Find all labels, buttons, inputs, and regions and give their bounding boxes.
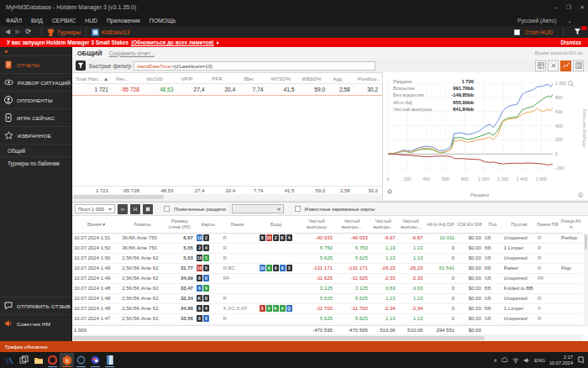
grid-view-button[interactable] [573,60,584,71]
notes-app-icon[interactable] [102,353,117,367]
hand-row[interactable]: 10.07.2024 1:48 2,5K/5K Ante 62 32,34 K8… [72,293,583,303]
close-view-button[interactable] [548,60,559,71]
save-report-link[interactable]: Сохранить отчет... [109,50,155,56]
dismiss-link[interactable]: Dismiss [560,38,581,47]
sidebar-collapse-icon[interactable]: ◂ [0,47,71,55]
stats-column-header[interactable]: Total Han... ▲ [72,73,113,84]
hands-column-header[interactable]: Чистый выигры... [370,216,397,233]
menu-file[interactable]: ФАЙЛ [6,15,22,26]
zoom-graph-icon[interactable] [568,76,575,91]
hands-column-header[interactable]: All-In Adj Diff [424,216,456,233]
stats-column-header[interactable]: bb/100 [144,73,178,84]
hands-column-header[interactable]: Чистый выигрыш [299,216,334,233]
sidebar-item-3[interactable]: ИГРА СЕЙЧАС [0,108,71,126]
photos-app-icon[interactable] [3,353,17,367]
file-explorer-icon[interactable] [31,353,45,367]
hand-row[interactable]: 10.07.2024 1:50 3K/6K Ante 750 5,55 J4 R… [72,243,583,253]
wifi-tray-icon[interactable] [512,357,519,364]
sidebar-item-2[interactable]: ОППОНЕНТЫ [0,91,71,108]
hands-column-header[interactable]: Улица All-in [559,216,583,233]
hands-column-header[interactable]: Чистый выигры... [397,216,425,233]
graph-info-icon[interactable]: o [578,192,583,197]
media-app-icon[interactable] [88,353,102,367]
marked-tag-dropdown[interactable] [232,204,284,213]
minimize-button[interactable]: – [554,0,558,15]
banner-upgrade-link[interactable]: (Обновиться до всех лимитов) [131,39,213,45]
sidebar-item-4[interactable]: ИЗБРАННОЕ [0,126,71,144]
stats-column-header[interactable]: W$SD% [298,73,329,84]
sidebar-item-0[interactable]: ОТЧЕТЫ [0,55,71,73]
funnel-icon[interactable] [76,60,86,71]
forward-button[interactable]: ▶ [15,28,20,36]
hands-column-header[interactable]: Линия [222,216,254,233]
tray-expand-icon[interactable]: ∧ [494,357,497,363]
opera-browser-icon[interactable] [45,353,60,367]
taskbar-clock[interactable]: 2:17 10.07.2024 [549,355,573,365]
notification-center-icon[interactable] [577,356,585,364]
stats-column-header[interactable]: 3Bet [239,73,267,84]
onedrive-tray-icon[interactable] [501,357,508,364]
hand-row[interactable]: 10.07.2024 1:51 3K/6K Ante 750 6,67 102 … [72,233,583,243]
hands-horizontal-scrollbar[interactable] [72,335,583,341]
hand-row[interactable]: 10.07.2024 1:49 2,5K/5K Ante 62 31,77 10… [72,263,583,273]
stats-column-header[interactable]: PFR [208,73,239,84]
maximize-button[interactable]: ❐ [566,0,571,15]
menu-service[interactable]: СЕРВИС [52,15,76,26]
page-size-dropdown[interactable]: Посл 1 000 [75,204,115,213]
sidebar-bottom-item-0[interactable]: ОТПРАВИТЬ ОТЗЫВ [0,297,71,314]
graph-view-button[interactable] [560,60,571,71]
filter-icon[interactable] [574,28,581,36]
opera-gx-icon[interactable] [74,353,88,367]
hands-column-header[interactable]: Линия ПФ [536,216,559,233]
hands-column-header[interactable]: Против [502,216,536,233]
stats-column-header[interactable]: VPIP [177,73,208,84]
stats-column-header[interactable]: Net... [113,73,144,84]
sidebar-bottom-item-1[interactable]: Советчик HM [0,314,71,332]
hands-vertical-scrollbar[interactable] [584,234,588,327]
menu-hud[interactable]: HUD [85,15,97,26]
hands-column-header[interactable]: Поз [483,216,502,233]
menu-help[interactable]: ПОМОЩЬ [150,15,176,26]
volume-tray-icon[interactable] [523,357,530,364]
stats-column-header[interactable]: Postflop... [354,73,382,84]
tab-general[interactable]: ОБЩИЙ [77,50,102,57]
graph-settings-gear-icon[interactable] [386,183,393,198]
hero-filter-button[interactable]: H [130,204,140,214]
table-filter-button[interactable] [143,204,153,214]
hands-column-header[interactable]: Чистый выигры... [334,216,370,233]
close-button[interactable]: ✕ [580,0,585,15]
hand-row[interactable]: 10.07.2024 1:47 2,5K/5K Ante 62 33,56 85… [72,313,583,323]
menu-apps[interactable]: Приложения [107,15,140,26]
stats-column-header[interactable]: Agg [329,73,354,84]
hand-row[interactable]: 10.07.2024 1:50 2,5K/5K Ante 62 5,53 105… [72,253,583,263]
hand-row[interactable]: 10.07.2024 1:48 2,5K/5K Ante 62 34,68 84… [72,303,583,313]
stats-column-header[interactable]: WTSD% [267,73,298,84]
hand-row[interactable]: 10.07.2024 1:49 2,5K/5K Ante 62 34,09 86… [72,273,583,283]
hand-row[interactable]: 10.07.2024 1:48 2,5K/5K Ante 62 33,47 69… [72,283,583,293]
stop-hud-checkbox[interactable] [514,29,520,35]
sidebar-item-1[interactable]: РАЗБОР СИТУАЦИЙ [0,73,71,91]
hands-column-header[interactable]: Карты [195,216,222,233]
hands-column-header[interactable]: Борд [253,216,299,233]
hands-column-header[interactable]: Лимиты [120,216,164,233]
keyboard-language[interactable]: ENG [534,358,545,363]
replay-all-button[interactable]: ∞ [118,204,128,214]
hm3-app-icon[interactable]: h [60,353,74,367]
account-button[interactable]: KidDaivi13 [102,29,129,35]
marked-hands-checkbox[interactable] [164,206,170,212]
hands-column-header[interactable]: Размер стека (бб) [164,216,194,233]
known-cards-checkbox[interactable] [295,206,301,212]
hands-column-header[interactable]: Время ▾ [72,216,120,233]
sidebar-subitem-0[interactable]: Общий [0,144,71,156]
tournaments-button[interactable]: Турниры [57,29,81,35]
task-view-icon[interactable] [17,353,31,367]
language-selector[interactable]: Русский (Авто) ⌄ [517,15,572,26]
menu-view[interactable]: ВИД [31,15,43,26]
back-button[interactable]: ◀ [5,28,10,36]
stats-horizontal-scrollbar[interactable] [72,194,382,200]
sidebar-subitem-1[interactable]: Турниры по байинам [0,156,71,169]
hands-column-header[interactable]: ICM EV Diff [456,216,483,233]
quick-filter-input[interactable]: HandDateTime>{d'LastHours=13} [134,61,375,71]
report-view-button[interactable] [535,60,546,71]
refresh-icon[interactable]: ⟳ [25,28,31,36]
